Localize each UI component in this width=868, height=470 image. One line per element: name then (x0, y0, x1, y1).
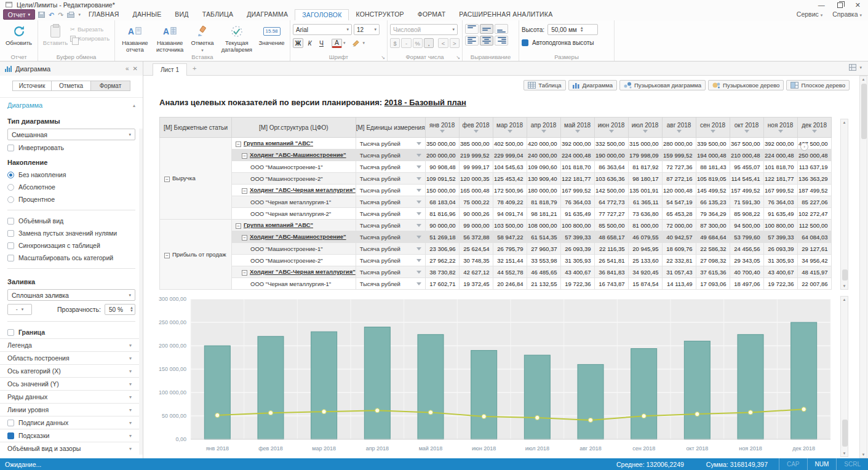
layout-split-button[interactable]: ▾ (849, 64, 862, 71)
chevron-down-icon[interactable]: ▾ (78, 12, 81, 17)
fill-type-select[interactable]: Сплошная заливка▾ (7, 289, 135, 301)
unit-cell[interactable]: Тысяча рублей (356, 173, 425, 185)
value-cell[interactable]: 26 795,79 (493, 243, 527, 255)
collapse-icon[interactable]: − (236, 223, 241, 229)
autofit-checkbox[interactable] (522, 39, 528, 46)
filter-icon[interactable] (744, 130, 749, 133)
value-cell[interactable]: 112 500,00 (797, 220, 831, 231)
value-cell[interactable]: 68 183,04 (425, 196, 459, 208)
value-cell[interactable]: 27 098,32 (696, 255, 730, 266)
ribbon-tab-КОНСТРУКТОР[interactable]: КОНСТРУКТОР (349, 9, 410, 20)
thousands-separator-button[interactable]: , (424, 38, 434, 48)
line-point[interactable] (215, 413, 220, 417)
org-structure-cell[interactable]: −Холдинг "АВС-Черная металлургия" (232, 266, 356, 278)
checkbox-row[interactable]: Замена пустых значений нулями (0, 227, 143, 239)
border-checkbox-row[interactable]: Граница (0, 326, 143, 338)
value-cell[interactable]: 73 636,80 (628, 208, 662, 220)
italic-button[interactable]: К (305, 38, 315, 48)
decrease-decimals-button[interactable]: < (438, 38, 448, 48)
value-cell[interactable]: 27 962,22 (425, 255, 459, 266)
org-structure-cell[interactable]: −Холдинг "АВС-Машиностроение" (232, 231, 356, 243)
month-column-header[interactable]: окт 2018 (730, 118, 763, 138)
value-cell[interactable]: 105 819,05 (696, 173, 730, 185)
value-cell[interactable]: 109 090,60 (527, 161, 560, 173)
value-cell[interactable]: 339 500,00 (696, 138, 730, 149)
view-button-Диаграмма[interactable]: Диаграмма (568, 80, 617, 90)
table-vscrollbar[interactable]: ▲ ▼ (840, 119, 848, 290)
unit-cell[interactable]: Тысяча рублей (356, 243, 425, 255)
value-cell[interactable]: 17 602,71 (425, 278, 459, 290)
value-cell[interactable]: 48 658,17 (594, 231, 628, 243)
value-cell[interactable]: 66 135,23 (696, 196, 730, 208)
value-cell[interactable]: 30 748,35 (459, 255, 493, 266)
month-column-header[interactable]: дек 2018 (797, 118, 831, 138)
value-cell[interactable]: 64 084,03 (797, 231, 831, 243)
invert-checkbox[interactable] (7, 145, 14, 151)
value-cell[interactable]: 113 637,19 (797, 161, 831, 173)
collapse-icon[interactable]: − (242, 188, 247, 194)
align-bottom-button[interactable] (495, 24, 508, 34)
font-family-select[interactable]: Arial▾ (293, 24, 352, 35)
value-cell[interactable]: 210 000,48 (730, 149, 763, 161)
value-cell[interactable]: 135 001,91 (628, 185, 662, 196)
org-structure-cell[interactable]: ООО "Машиностроение-1" (232, 161, 356, 173)
value-cell[interactable]: 85 908,22 (730, 208, 763, 220)
filter-icon[interactable] (575, 130, 580, 133)
filter-icon[interactable] (778, 130, 783, 133)
scroll-up-icon[interactable]: ▲ (841, 298, 848, 301)
radio-row[interactable]: Процентное (0, 193, 143, 205)
filter-icon[interactable] (541, 130, 546, 133)
value-cell[interactable]: 120 000,48 (662, 185, 696, 196)
section-checkbox[interactable] (7, 420, 14, 426)
line-point[interactable] (322, 410, 326, 414)
value-cell[interactable]: 103 500,00 (493, 220, 527, 231)
value-cell[interactable]: 76 364,03 (560, 196, 594, 208)
value-cell[interactable]: 72 727,36 (662, 161, 696, 173)
month-column-header[interactable]: фев 2018 (459, 118, 493, 138)
value-cell[interactable]: 86 363,64 (594, 161, 628, 173)
value-cell[interactable]: 114 545,41 (730, 173, 763, 185)
save-icon[interactable] (38, 12, 45, 18)
redo-icon[interactable]: ↷ (58, 11, 63, 19)
filter-icon[interactable] (474, 130, 479, 133)
month-column-header[interactable]: сен 2018 (696, 118, 730, 138)
scroll-up-icon[interactable]: ▲ (841, 121, 848, 124)
value-cell[interactable]: 22 116,35 (594, 243, 628, 255)
budget-item-cell[interactable]: −Выручка (160, 138, 232, 220)
value-cell[interactable]: 81 817,92 (628, 161, 662, 173)
value-cell[interactable]: 34 920,45 (628, 266, 662, 278)
bar[interactable] (311, 332, 337, 439)
panel-section-Ось значений (Y)[interactable]: Ось значений (Y) ▾ (0, 377, 139, 390)
chart-type-select[interactable]: Смешанная▾ (7, 129, 135, 140)
value-cell[interactable]: 57 399,33 (560, 231, 594, 243)
paste-button[interactable]: Вставить (41, 22, 70, 47)
bar[interactable] (418, 335, 444, 439)
increase-decimals-button[interactable]: > (450, 38, 460, 48)
value-cell[interactable]: 31 305,93 (763, 255, 797, 266)
table-pager-button[interactable]: › (800, 143, 808, 151)
org-structure-cell[interactable]: ООО "Черная металлургия-2" (232, 208, 356, 220)
value-cell[interactable]: 19 722,36 (763, 278, 797, 290)
value-cell[interactable]: 136 363,29 (797, 173, 831, 185)
filter-icon[interactable] (416, 165, 421, 169)
invert-checkbox-row[interactable]: Инвертировать (0, 141, 143, 154)
panel-section-Линии уровня[interactable]: Линии уровня ▾ (0, 403, 139, 416)
view-button-Плоское дерево[interactable]: Плоское дерево (786, 80, 850, 90)
column-header[interactable]: [М] Орг.структура (ЦФО) (232, 118, 356, 138)
sheet-tab[interactable]: Лист 1 (153, 63, 187, 76)
chevron-down-icon[interactable]: ▾ (363, 41, 365, 46)
org-structure-cell[interactable]: ООО "Черная металлургия-1" (232, 278, 356, 290)
value-cell[interactable]: 101 818,70 (763, 161, 797, 173)
value-cell[interactable]: 194 000,48 (696, 149, 730, 161)
sheet-vscrollbar[interactable]: ▲ ▼ (859, 76, 867, 458)
collapse-icon[interactable]: − (164, 253, 170, 258)
value-cell[interactable]: 54 547,19 (662, 196, 696, 208)
filter-icon[interactable] (508, 130, 512, 133)
panel-section-Легенда[interactable]: Легенда ▾ (0, 338, 139, 351)
value-cell[interactable]: 180 000,00 (527, 185, 560, 196)
value-cell[interactable]: 95 455,07 (730, 161, 763, 173)
scroll-thumb[interactable] (861, 84, 867, 139)
value-cell[interactable]: 229 999,04 (493, 149, 527, 161)
month-column-header[interactable]: мар 2018 (493, 118, 527, 138)
chevron-down-icon[interactable]: ▾ (343, 41, 346, 46)
